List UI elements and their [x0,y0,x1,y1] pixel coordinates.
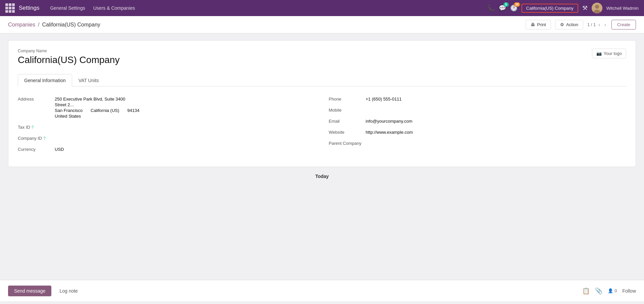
next-page-button[interactable]: › [603,21,607,28]
phone-icon-btn[interactable]: 📞 [487,4,495,12]
messages-badge: 5 [503,2,509,7]
wrench-icon[interactable]: ⚒ [582,4,588,12]
address-city-state-zip: San Francisco California (US) 94134 [55,108,315,113]
mobile-label: Mobile [329,106,366,113]
address-country[interactable]: United States [55,114,315,119]
today-label: Today [315,174,329,179]
follower-icon: 👤 [608,288,613,293]
currency-value[interactable]: USD [55,145,315,152]
company-form-card: Company Name California(US) Company 📷 Yo… [8,40,636,167]
form-left-column: Address 250 Executive Park Blvd, Suite 3… [18,95,315,156]
printer-icon: 🖶 [531,22,535,27]
follower-count-value: 0 [614,288,617,293]
prev-page-button[interactable]: ‹ [597,21,601,28]
clock-badge: 38 [514,2,520,7]
follow-button[interactable]: Follow [623,288,636,294]
currency-label: Currency [18,145,55,152]
breadcrumb-current: California(US) Company [42,22,100,28]
top-navigation: Settings General Settings Users & Compan… [0,0,644,16]
address-line1[interactable]: 250 Executive Park Blvd, Suite 3400 [55,97,315,102]
email-field-group: Email info@yourcompany.com [329,117,627,124]
form-tabs: General Information VAT Units [18,74,626,86]
clock-icon-btn[interactable]: 🕐 38 [510,4,517,12]
company-id-value[interactable] [55,134,315,136]
user-avatar[interactable] [592,3,602,13]
form-fields-row: Address 250 Executive Park Blvd, Suite 3… [18,95,626,156]
tax-id-field-group: Tax ID ? [18,123,315,130]
follower-count-display: 👤 0 [608,288,617,293]
website-label: Website [329,128,366,135]
company-id-field-group: Company ID ? [18,134,315,141]
mobile-field-group: Mobile [329,106,627,113]
action-button[interactable]: ⚙ Action [555,20,583,29]
phone-label: Phone [329,95,366,102]
svg-point-1 [595,5,599,9]
paperclip-icon[interactable]: 📎 [595,287,602,295]
logo-button[interactable]: 📷 Your logo [592,49,626,58]
print-button[interactable]: 🖶 Print [526,20,551,29]
tax-id-label: Tax ID ? [18,123,55,130]
breadcrumb-separator: / [38,22,39,28]
form-right-column: Phone +1 (650) 555-0111 Mobile Email inf… [329,95,627,156]
app-title: Settings [19,5,39,11]
parent-company-field-group: Parent Company [329,139,627,146]
nav-general-settings[interactable]: General Settings [47,4,88,12]
tax-id-help-icon[interactable]: ? [31,125,34,130]
today-section: Today [8,167,636,182]
address-label: Address [18,95,55,102]
phone-value[interactable]: +1 (650) 555-0111 [366,95,627,102]
parent-company-label: Parent Company [329,139,366,146]
user-name[interactable]: Witchell Wadmin [606,6,639,11]
email-label: Email [329,117,366,124]
bottom-icons: 📋 📎 👤 0 Follow [582,287,636,295]
tab-vat-units[interactable]: VAT Units [72,74,105,86]
address-zip[interactable]: 94134 [127,108,139,113]
camera-icon: 📷 [596,51,602,56]
tax-id-value[interactable] [55,123,315,125]
company-name-label: Company Name [18,49,119,53]
main-content: Company Name California(US) Company 📷 Yo… [0,34,644,280]
address-state[interactable]: California (US) [91,108,119,113]
company-button[interactable]: California(US) Company [522,4,578,13]
company-id-label: Company ID ? [18,134,55,141]
nav-users-companies[interactable]: Users & Companies [91,4,138,12]
send-message-button[interactable]: Send message [8,286,51,296]
create-button[interactable]: Create [611,20,636,29]
address-city[interactable]: San Francisco [55,108,83,113]
clipboard-icon[interactable]: 📋 [582,287,590,295]
pagination: 1 / 1 ‹ › [587,21,607,28]
company-name-title[interactable]: California(US) Company [18,55,119,65]
tab-general-information[interactable]: General Information [18,74,72,86]
gear-icon: ⚙ [560,22,564,27]
messages-icon-btn[interactable]: 💬 5 [499,4,506,12]
currency-field-group: Currency USD [18,145,315,152]
apps-grid-icon[interactable] [5,3,15,13]
parent-company-value[interactable] [366,139,627,141]
company-id-help-icon[interactable]: ? [43,136,46,141]
website-value[interactable]: http://www.example.com [366,128,627,135]
phone-field-group: Phone +1 (650) 555-0111 [329,95,627,102]
bottom-bar: Send message Log note 📋 📎 👤 0 Follow [0,280,644,301]
log-note-button[interactable]: Log note [55,286,82,296]
breadcrumb-bar: Companies / California(US) Company 🖶 Pri… [0,16,644,34]
address-field-group: Address 250 Executive Park Blvd, Suite 3… [18,95,315,119]
website-field-group: Website http://www.example.com [329,128,627,135]
address-value: 250 Executive Park Blvd, Suite 3400 Stre… [55,95,315,119]
breadcrumb-parent[interactable]: Companies [8,22,35,28]
address-street2[interactable]: Street 2... [55,102,315,107]
email-value[interactable]: info@yourcompany.com [366,117,627,124]
mobile-value[interactable] [366,106,627,108]
